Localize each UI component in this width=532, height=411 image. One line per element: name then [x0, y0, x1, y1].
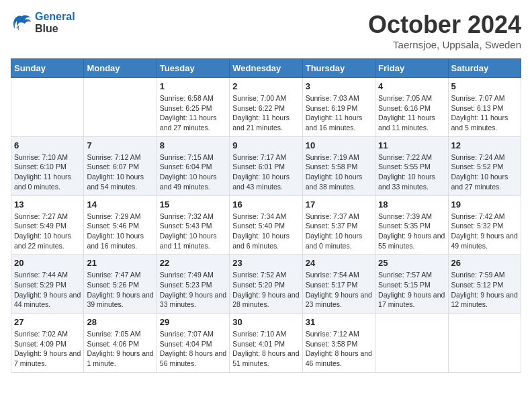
calendar-cell — [11, 78, 84, 137]
day-info: Sunrise: 7:07 AMSunset: 4:04 PMDaylight:… — [160, 329, 226, 369]
weekday-header-row: SundayMondayTuesdayWednesdayThursdayFrid… — [11, 59, 521, 78]
calendar-cell: 22Sunrise: 7:49 AMSunset: 5:23 PMDayligh… — [157, 255, 229, 314]
day-number: 25 — [378, 258, 445, 268]
calendar-cell: 7Sunrise: 7:12 AMSunset: 6:07 PMDaylight… — [84, 136, 157, 195]
day-number: 17 — [306, 199, 372, 210]
day-info: Sunrise: 7:03 AMSunset: 6:19 PMDaylight:… — [306, 93, 372, 133]
weekday-header-tuesday: Tuesday — [157, 59, 229, 78]
day-number: 1 — [160, 81, 226, 91]
logo-bird-icon — [11, 12, 32, 34]
calendar-cell: 27Sunrise: 7:02 AMSunset: 4:09 PMDayligh… — [11, 314, 84, 373]
calendar-cell: 18Sunrise: 7:39 AMSunset: 5:35 PMDayligh… — [375, 195, 448, 255]
calendar-cell: 4Sunrise: 7:05 AMSunset: 6:16 PMDaylight… — [375, 78, 448, 137]
calendar-cell: 9Sunrise: 7:17 AMSunset: 6:01 PMDaylight… — [230, 136, 302, 195]
day-number: 5 — [451, 81, 518, 91]
calendar-body: 1Sunrise: 6:58 AMSunset: 6:25 PMDaylight… — [11, 78, 521, 373]
day-number: 30 — [232, 317, 299, 327]
calendar-cell: 1Sunrise: 6:58 AMSunset: 6:25 PMDaylight… — [157, 78, 229, 137]
day-number: 10 — [306, 140, 372, 150]
calendar-week-row: 6Sunrise: 7:10 AMSunset: 6:10 PMDaylight… — [11, 136, 521, 195]
location-subtitle: Taernsjoe, Uppsala, Sweden — [368, 39, 521, 50]
day-number: 19 — [451, 199, 518, 210]
day-info: Sunrise: 7:39 AMSunset: 5:35 PMDaylight:… — [378, 212, 445, 251]
day-number: 4 — [378, 81, 445, 91]
day-number: 20 — [14, 258, 81, 268]
calendar-cell: 16Sunrise: 7:34 AMSunset: 5:40 PMDayligh… — [230, 195, 302, 255]
day-info: Sunrise: 7:37 AMSunset: 5:37 PMDaylight:… — [306, 212, 372, 251]
calendar-cell: 20Sunrise: 7:44 AMSunset: 5:29 PMDayligh… — [11, 255, 84, 314]
logo-text: General Blue — [35, 11, 75, 34]
day-info: Sunrise: 7:02 AMSunset: 4:09 PMDaylight:… — [14, 329, 81, 369]
day-info: Sunrise: 7:54 AMSunset: 5:17 PMDaylight:… — [306, 270, 372, 310]
title-block: October 2024 Taernsjoe, Uppsala, Sweden — [368, 11, 521, 50]
day-info: Sunrise: 7:15 AMSunset: 6:04 PMDaylight:… — [160, 152, 226, 192]
weekday-header-monday: Monday — [84, 59, 157, 78]
day-info: Sunrise: 7:12 AMSunset: 3:58 PMDaylight:… — [306, 329, 372, 369]
calendar-cell: 10Sunrise: 7:19 AMSunset: 5:58 PMDayligh… — [302, 136, 375, 195]
day-number: 13 — [14, 199, 81, 210]
day-info: Sunrise: 7:32 AMSunset: 5:43 PMDaylight:… — [160, 212, 226, 251]
calendar-cell: 31Sunrise: 7:12 AMSunset: 3:58 PMDayligh… — [302, 314, 375, 373]
day-info: Sunrise: 7:07 AMSunset: 6:13 PMDaylight:… — [451, 93, 518, 133]
day-number: 8 — [160, 140, 226, 150]
calendar-cell — [448, 314, 521, 373]
day-number: 3 — [306, 81, 372, 91]
day-info: Sunrise: 7:34 AMSunset: 5:40 PMDaylight:… — [232, 212, 299, 251]
calendar-cell: 19Sunrise: 7:42 AMSunset: 5:32 PMDayligh… — [448, 195, 521, 255]
calendar-cell: 25Sunrise: 7:57 AMSunset: 5:15 PMDayligh… — [375, 255, 448, 314]
calendar-cell: 6Sunrise: 7:10 AMSunset: 6:10 PMDaylight… — [11, 136, 84, 195]
day-number: 22 — [160, 258, 226, 268]
weekday-header-thursday: Thursday — [302, 59, 375, 78]
day-info: Sunrise: 7:05 AMSunset: 4:06 PMDaylight:… — [87, 329, 153, 369]
day-info: Sunrise: 7:17 AMSunset: 6:01 PMDaylight:… — [232, 152, 299, 192]
day-number: 29 — [160, 317, 226, 327]
day-info: Sunrise: 7:47 AMSunset: 5:26 PMDaylight:… — [87, 270, 153, 310]
day-number: 7 — [87, 140, 153, 150]
day-info: Sunrise: 7:12 AMSunset: 6:07 PMDaylight:… — [87, 152, 153, 192]
day-number: 31 — [306, 317, 372, 327]
calendar-cell: 24Sunrise: 7:54 AMSunset: 5:17 PMDayligh… — [302, 255, 375, 314]
day-number: 24 — [306, 258, 372, 268]
weekday-header-friday: Friday — [375, 59, 448, 78]
day-info: Sunrise: 7:19 AMSunset: 5:58 PMDaylight:… — [306, 152, 372, 192]
day-number: 9 — [232, 140, 299, 150]
calendar-cell: 29Sunrise: 7:07 AMSunset: 4:04 PMDayligh… — [157, 314, 229, 373]
calendar-cell: 28Sunrise: 7:05 AMSunset: 4:06 PMDayligh… — [84, 314, 157, 373]
day-number: 27 — [14, 317, 81, 327]
day-info: Sunrise: 7:10 AMSunset: 4:01 PMDaylight:… — [232, 329, 299, 369]
day-number: 11 — [378, 140, 445, 150]
page-header: General Blue October 2024 Taernsjoe, Upp… — [11, 11, 521, 50]
day-info: Sunrise: 7:05 AMSunset: 6:16 PMDaylight:… — [378, 93, 445, 133]
month-title: October 2024 — [368, 11, 521, 39]
day-info: Sunrise: 7:29 AMSunset: 5:46 PMDaylight:… — [87, 212, 153, 251]
day-number: 26 — [451, 258, 518, 268]
logo: General Blue — [11, 11, 75, 34]
day-info: Sunrise: 7:24 AMSunset: 5:52 PMDaylight:… — [451, 152, 518, 192]
day-info: Sunrise: 7:59 AMSunset: 5:12 PMDaylight:… — [451, 270, 518, 310]
calendar-header: SundayMondayTuesdayWednesdayThursdayFrid… — [11, 59, 521, 78]
calendar-cell: 13Sunrise: 7:27 AMSunset: 5:49 PMDayligh… — [11, 195, 84, 255]
day-number: 15 — [160, 199, 226, 210]
day-info: Sunrise: 7:52 AMSunset: 5:20 PMDaylight:… — [232, 270, 299, 310]
day-info: Sunrise: 7:22 AMSunset: 5:55 PMDaylight:… — [378, 152, 445, 192]
day-number: 2 — [232, 81, 299, 91]
calendar-cell: 26Sunrise: 7:59 AMSunset: 5:12 PMDayligh… — [448, 255, 521, 314]
calendar-cell: 11Sunrise: 7:22 AMSunset: 5:55 PMDayligh… — [375, 136, 448, 195]
calendar-cell: 15Sunrise: 7:32 AMSunset: 5:43 PMDayligh… — [157, 195, 229, 255]
calendar-week-row: 13Sunrise: 7:27 AMSunset: 5:49 PMDayligh… — [11, 195, 521, 255]
calendar-cell: 3Sunrise: 7:03 AMSunset: 6:19 PMDaylight… — [302, 78, 375, 137]
weekday-header-sunday: Sunday — [11, 59, 84, 78]
weekday-header-wednesday: Wednesday — [230, 59, 302, 78]
day-number: 28 — [87, 317, 153, 327]
day-info: Sunrise: 7:00 AMSunset: 6:22 PMDaylight:… — [232, 93, 299, 133]
day-info: Sunrise: 7:49 AMSunset: 5:23 PMDaylight:… — [160, 270, 226, 310]
calendar-cell: 17Sunrise: 7:37 AMSunset: 5:37 PMDayligh… — [302, 195, 375, 255]
calendar-cell: 23Sunrise: 7:52 AMSunset: 5:20 PMDayligh… — [230, 255, 302, 314]
calendar-cell: 14Sunrise: 7:29 AMSunset: 5:46 PMDayligh… — [84, 195, 157, 255]
calendar-cell: 12Sunrise: 7:24 AMSunset: 5:52 PMDayligh… — [448, 136, 521, 195]
weekday-header-saturday: Saturday — [448, 59, 521, 78]
day-number: 18 — [378, 199, 445, 210]
day-info: Sunrise: 7:10 AMSunset: 6:10 PMDaylight:… — [14, 152, 81, 192]
calendar-cell: 5Sunrise: 7:07 AMSunset: 6:13 PMDaylight… — [448, 78, 521, 137]
day-info: Sunrise: 7:42 AMSunset: 5:32 PMDaylight:… — [451, 212, 518, 251]
